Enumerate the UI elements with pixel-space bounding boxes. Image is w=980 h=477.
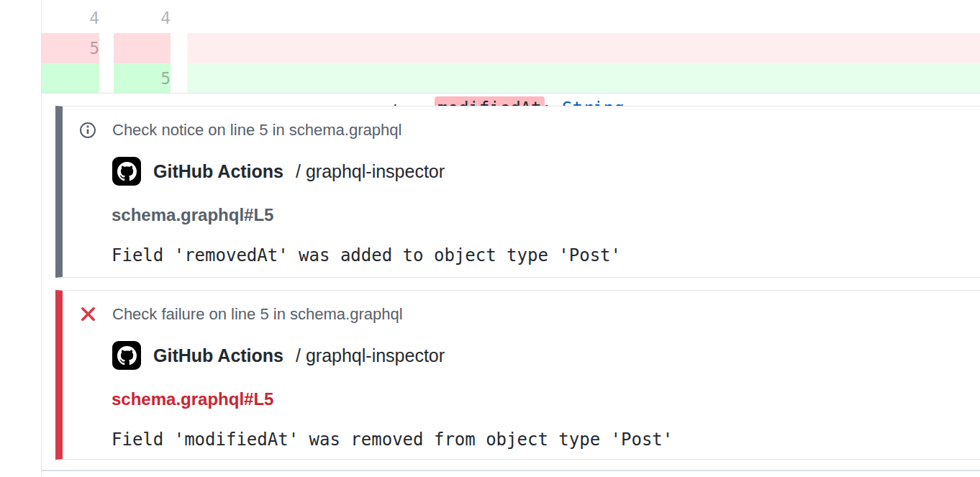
diff-line-addition: 5 + removedAt:String [0, 63, 980, 94]
annotation-file-link[interactable]: schema.graphql#L5 [112, 389, 980, 409]
github-logo-icon [112, 341, 141, 370]
code-cell: + removedAt:String [187, 63, 980, 94]
new-line-number[interactable]: 4 [114, 3, 171, 33]
code-cell: - modifiedAt:String [187, 33, 980, 63]
new-line-number[interactable] [114, 33, 171, 63]
check-app-name: GitHub Actions [153, 345, 283, 366]
next-row-divider [42, 470, 980, 471]
diff-line-context: 4 4 createdAt:String [0, 3, 980, 33]
annotation-header: Check failure on line 5 in schema.graphq… [63, 305, 980, 323]
annotation-message: Field 'removedAt' was added to object ty… [112, 245, 980, 265]
check-notice-annotation: Check notice on line 5 in schema.graphql… [55, 106, 980, 278]
annotation-message: Field 'modifiedAt' was removed from obje… [112, 430, 980, 450]
github-logo-icon [112, 157, 141, 186]
code-cell: createdAt:String [187, 3, 980, 33]
check-run-name: / graphql-inspector [296, 345, 445, 366]
check-failure-annotation: Check failure on line 5 in schema.graphq… [55, 290, 980, 460]
check-run-name: / graphql-inspector [296, 161, 445, 182]
annotation-title: Check notice on line 5 in schema.graphql [112, 121, 401, 140]
diff-row-divider [42, 93, 980, 94]
new-line-number[interactable]: 5 [114, 63, 171, 94]
x-icon [79, 306, 96, 323]
diff-line-deletion: 5 - modifiedAt:String [0, 33, 980, 63]
annotation-header: Check notice on line 5 in schema.graphql [63, 121, 980, 139]
diff-annotations-view: 4 4 createdAt:String 5 - modifiedAt:Stri… [0, 0, 980, 477]
annotation-file-link[interactable]: schema.graphql#L5 [112, 205, 980, 225]
old-line-number[interactable]: 4 [42, 3, 99, 33]
old-line-number[interactable] [42, 63, 99, 94]
info-icon [79, 122, 96, 139]
check-app-row: GitHub Actions / graphql-inspector [112, 341, 980, 370]
check-app-row: GitHub Actions / graphql-inspector [112, 157, 980, 186]
old-line-number[interactable]: 5 [42, 33, 99, 63]
annotation-title: Check failure on line 5 in schema.graphq… [112, 305, 403, 324]
file-ref-link[interactable]: schema.graphql#L5 [112, 389, 273, 409]
check-app-name: GitHub Actions [153, 161, 283, 182]
file-ref-link[interactable]: schema.graphql#L5 [112, 205, 273, 224]
